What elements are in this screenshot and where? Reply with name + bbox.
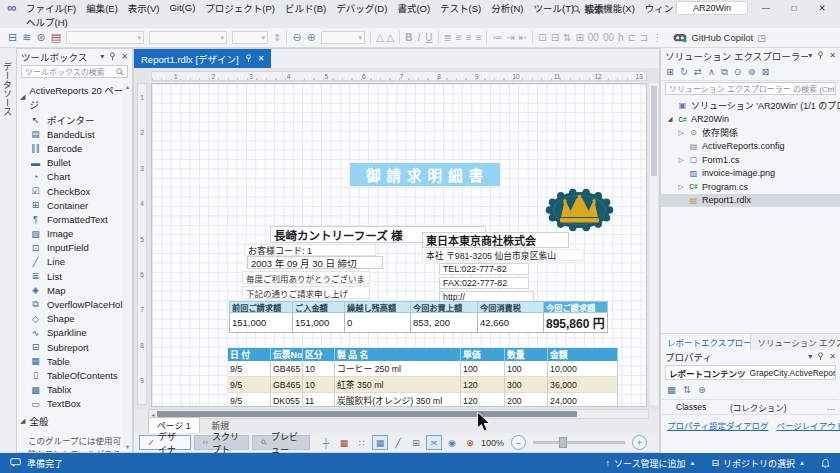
menu-item[interactable]: ヘルプ(H) (26, 17, 68, 28)
solution-explorer-tool-icon[interactable]: ⇄ (694, 66, 702, 77)
data-source-vertical-tab[interactable]: データソース (2, 62, 14, 116)
list-icon[interactable]: ⇥ (506, 32, 514, 43)
format-icon[interactable]: 00 (588, 32, 599, 43)
close-icon[interactable]: ✕ (121, 52, 128, 61)
billing-summary-table[interactable]: 前回ご請求額ご入金額繰越し残高額今回お買上額今回消費税今回ご請求額 151,00… (229, 301, 608, 333)
format-icon[interactable]: ⊐ (640, 32, 648, 43)
solution-explorer-tool-icon[interactable]: ⊠ (762, 66, 770, 77)
close-icon[interactable]: ✕ (258, 54, 265, 63)
summary-value-cell[interactable]: 42,660 (478, 313, 544, 333)
align-icon[interactable]: ≡ (476, 32, 482, 43)
detail-row[interactable]: 9/5 GB465 10 紅茶 350 ml 120 300 36,000 (228, 377, 618, 393)
designer-option-icon[interactable]: ⊗ (462, 435, 478, 450)
designer-option-icon[interactable]: ∷ (354, 435, 370, 450)
hierarchy-icon[interactable]: ⊟ (8, 32, 17, 43)
detail-header-cell[interactable]: 伝票No (271, 348, 303, 361)
summary-header-cell[interactable]: 今回お買上額 (411, 301, 478, 313)
toolbox-item[interactable]: ¶ FormattedText (17, 212, 132, 226)
tab-solution-explorer[interactable]: ソリューション エクスプロ... (751, 334, 840, 350)
toolbox-section-general[interactable]: ◢全般 (17, 411, 132, 430)
pin-icon[interactable] (817, 51, 824, 60)
report-doc-icon[interactable]: ▤ (51, 32, 61, 43)
menu-item[interactable]: プロジェクト(P) (205, 1, 275, 15)
summary-value-cell[interactable]: 853, 200 (411, 313, 478, 333)
preview-view-button[interactable]: プレビュー (252, 435, 310, 450)
solution-explorer-tool-icon[interactable]: ∧ (708, 66, 715, 77)
menu-item[interactable]: 編集(E) (86, 1, 118, 15)
toolbox-item[interactable]: ◈ Map (17, 283, 132, 297)
solution-explorer-search-input[interactable]: ソリューション エクスプローラー の検索 (Ctrl+;) (665, 82, 836, 95)
company-fax-textbox[interactable]: FAX:022-777-82 (439, 277, 529, 289)
toolbox-item[interactable]: ▩ Tablix (17, 383, 132, 397)
expander-icon[interactable]: ◢ (666, 115, 674, 123)
detail-row[interactable]: 9/5 DK055 11 炭酸飲料(オレンジ) 350 ml 120 200 2… (228, 393, 618, 407)
quick-search[interactable]: 検索 ▾ (572, 2, 612, 16)
design-vertical-scrollbar[interactable] (650, 83, 658, 405)
chevron-down-icon[interactable]: ▾ (100, 52, 104, 61)
tree-item[interactable]: ▷ ▢ Form1.cs (661, 153, 840, 167)
align-icon[interactable]: ≣ (444, 32, 452, 43)
format-icon[interactable]: h (618, 32, 624, 43)
toolbox-scrollbar[interactable]: ▲ ▼ (123, 82, 132, 452)
property-row[interactable]: Classes (コレクション) … (662, 400, 839, 414)
toolbox-item[interactable]: ▬ Bullet (17, 156, 132, 170)
designer-option-icon[interactable]: ╱ (390, 435, 406, 450)
italic-button[interactable]: I (418, 32, 421, 43)
format-icon[interactable]: 00 (603, 32, 614, 43)
document-tab-report1[interactable]: Report1.rdlx [デザイン] ✕ (134, 49, 271, 68)
customer-code-textbox[interactable]: お客様コード: 1 (244, 244, 376, 256)
menu-item[interactable]: 表示(V) (128, 1, 160, 15)
detail-header-cell[interactable]: 製 品 名 (335, 348, 461, 361)
toolbox-item[interactable]: ◔ Chart (17, 170, 132, 184)
greeting-line2-textbox[interactable]: 下記の通りご請求申し上げ (242, 286, 370, 299)
properties-tool-icon[interactable]: ⇅ (683, 384, 691, 395)
menu-item[interactable]: ファイル(F) (26, 1, 76, 15)
tree-item[interactable]: ▤ ActiveReports.config (661, 140, 840, 154)
toolbox-item[interactable]: ⧉ OverflowPlaceHol... (17, 297, 132, 311)
summary-value-cell[interactable]: 151,000 (293, 313, 345, 333)
designer-option-icon[interactable]: ▦ (336, 435, 352, 450)
company-name-textbox[interactable]: 東日本東京商社株式会 (422, 232, 569, 248)
menu-item[interactable]: 書式(O) (397, 1, 430, 15)
summary-header-cell[interactable]: ご入金額 (293, 301, 345, 313)
tab-report-explorer[interactable]: レポートエクスプローラ 20... (661, 334, 751, 350)
expander-icon[interactable]: ▷ (677, 183, 685, 191)
designer-view-button[interactable]: デザイナ (139, 435, 191, 450)
add-to-source-control-button[interactable]: ↑ ソース管理に追加 ▲ (605, 457, 695, 470)
align-icon[interactable]: ≡ (466, 32, 472, 43)
toolbox-section-header[interactable]: ◢ActiveReports 20 ページ (17, 80, 132, 113)
greeting-line1-textbox[interactable]: 毎度ご利用ありがとうございま (242, 271, 370, 284)
company-tel-textbox[interactable]: TEL:022-777-82 (439, 263, 529, 275)
toolbox-item[interactable]: ▭ TextBox (17, 397, 132, 411)
shape-tool-icon[interactable]: △ (387, 32, 395, 43)
toolbox-item[interactable]: ⊡ InputField (17, 241, 132, 255)
summary-value-cell[interactable]: 895,860 円 (544, 313, 608, 333)
summary-header-cell[interactable]: 今回ご請求額 (544, 301, 608, 313)
zoom-out-icon[interactable]: ⊖ (292, 31, 301, 44)
bold-button[interactable]: B (405, 32, 412, 43)
company-crown-logo[interactable] (545, 188, 614, 232)
summary-header-cell[interactable]: 今回消費税 (478, 301, 544, 313)
solution-explorer-tool-icon[interactable]: ⊙ (734, 66, 742, 77)
tree-item[interactable]: ▷ ⊙ 依存関係 (661, 126, 840, 140)
format-icon[interactable]: ⋮ (652, 32, 662, 43)
scrollbar-thumb[interactable] (651, 86, 657, 176)
designer-option-icon[interactable]: ⊞ (408, 435, 424, 450)
property-link[interactable]: プロパティ設定ダイアログ (667, 419, 769, 431)
format-icon[interactable]: ⊞ (575, 32, 583, 43)
toolbox-item[interactable]: ≣ List (17, 269, 132, 283)
align-icon[interactable]: ≡ (456, 32, 462, 43)
zoom-out-button[interactable]: − (511, 435, 526, 450)
bell-icon[interactable] (821, 458, 830, 469)
zoom-level-dropdown[interactable]: ▾ (321, 31, 365, 44)
toolbox-item[interactable]: ☑ CheckBox (17, 184, 132, 198)
format-icon[interactable]: ⊟ (551, 32, 559, 43)
zoom-slider[interactable] (533, 441, 625, 444)
list-icon[interactable]: ≔ (492, 32, 502, 43)
chevron-down-icon[interactable]: ▾ (808, 51, 812, 60)
close-icon[interactable]: ✕ (829, 51, 836, 60)
format-icon[interactable]: ⊏ (628, 32, 636, 43)
tree-item[interactable]: ▨ invoice-image.png (661, 167, 840, 181)
menu-item[interactable]: デバッグ(D) (336, 1, 387, 15)
summary-header-cell[interactable]: 前回ご請求額 (229, 301, 293, 313)
